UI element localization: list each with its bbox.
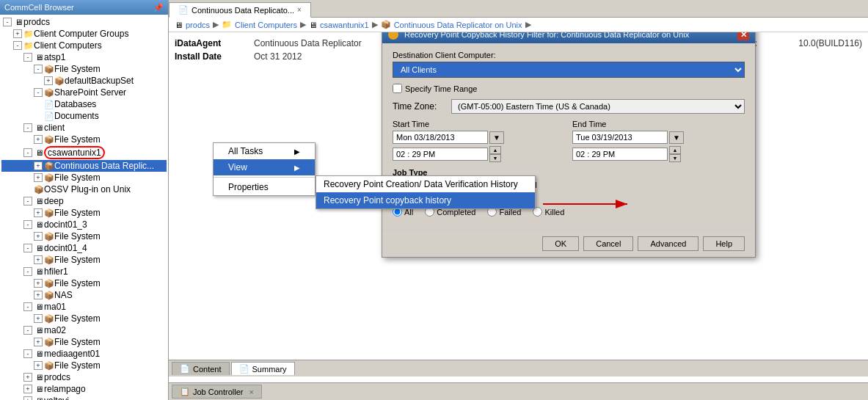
expander[interactable]: + xyxy=(34,255,43,264)
tree-item[interactable]: - 📦 File System xyxy=(1,63,167,75)
expander[interactable]: - xyxy=(34,88,43,97)
tree-item[interactable]: - 🖥 mediaagent01 xyxy=(1,348,167,360)
tree-item[interactable]: 📦 OSSV Plug-in on Unix xyxy=(1,183,167,195)
submenu-item-rpcreation[interactable]: Recovery Point Creation/ Data Verificati… xyxy=(316,176,535,192)
tree-item[interactable]: 📄 Documents xyxy=(1,110,167,122)
expander[interactable]: + xyxy=(34,208,43,217)
tree-item[interactable]: - 🖥 docint01_3 xyxy=(1,219,167,230)
tree-item[interactable]: + 📦 File System xyxy=(1,336,167,348)
expander[interactable]: - xyxy=(23,326,32,335)
help-button[interactable]: Help xyxy=(703,236,745,251)
expander[interactable]: - xyxy=(13,41,22,50)
tree-item-csawantunix1[interactable]: - 🖥 csawantunix1 xyxy=(1,145,167,160)
dialog-close-button[interactable]: ✕ xyxy=(737,32,749,40)
end-date-input[interactable] xyxy=(572,131,668,144)
tree-item[interactable]: - 🖥 ma02 xyxy=(1,324,167,336)
cancel-button[interactable]: Cancel xyxy=(583,236,633,251)
job-controller-bar: 📋 Job Controller × xyxy=(169,382,868,400)
tree-item[interactable]: - 🖥 deep xyxy=(1,195,167,207)
tab-summary[interactable]: 📄 Summary xyxy=(231,362,295,375)
expander[interactable]: - xyxy=(23,244,32,252)
expander[interactable]: + xyxy=(34,232,43,241)
tree-item[interactable]: - 🖥 hfiler1 xyxy=(1,266,167,277)
tree-item[interactable]: + 📦 File System xyxy=(1,277,167,289)
expander[interactable]: - xyxy=(23,220,32,229)
main-tab[interactable]: 📄 Continuous Data Replicato... × xyxy=(169,2,311,18)
advanced-button[interactable]: Advanced xyxy=(638,236,699,251)
end-time-down-btn[interactable]: ▼ xyxy=(669,154,681,162)
menu-properties[interactable]: Properties xyxy=(214,179,315,195)
timezone-select[interactable]: (GMT-05:00) Eastern Time (US & Canada) xyxy=(451,99,745,114)
tree-item[interactable]: - 🖥 prodcs xyxy=(1,16,167,28)
bc-csawantunix1[interactable]: csawantunix1 xyxy=(320,21,369,29)
tree-item[interactable]: + 📦 File System xyxy=(1,172,167,183)
end-time-up-btn[interactable]: ▲ xyxy=(669,146,681,154)
tree-item[interactable]: + 🖥 relampago xyxy=(1,383,167,395)
expander[interactable]: + xyxy=(13,29,22,38)
start-time-down-btn[interactable]: ▼ xyxy=(489,154,501,162)
tree-item[interactable]: + 📦 File System xyxy=(1,254,167,266)
tree-item[interactable]: + 📁 Client Computer Groups xyxy=(1,28,167,40)
end-time-input[interactable] xyxy=(572,148,668,161)
expander[interactable]: - xyxy=(23,267,32,276)
menu-all-tasks[interactable]: All Tasks ▶ xyxy=(214,143,315,159)
specify-time-range-checkbox[interactable] xyxy=(393,84,402,93)
start-time-input[interactable] xyxy=(393,148,488,161)
tree-item[interactable]: + 📦 File System xyxy=(1,207,167,219)
install-date-label: Install Date xyxy=(175,51,248,62)
tree-item[interactable]: - 📁 Client Computers xyxy=(1,40,167,51)
tree-item[interactable]: - 🖥 atsp1 xyxy=(1,51,167,63)
expander[interactable]: + xyxy=(34,279,43,288)
tree-item[interactable]: - 🖥 client xyxy=(1,122,167,134)
tree-item[interactable]: + 📦 File System xyxy=(1,134,167,145)
expander[interactable]: + xyxy=(23,373,32,382)
expander[interactable]: + xyxy=(34,291,43,299)
expander[interactable]: + xyxy=(23,396,32,400)
tree-item[interactable]: + 🖥 valtavi xyxy=(1,395,167,400)
expander[interactable]: - xyxy=(23,123,32,132)
start-date-input[interactable] xyxy=(393,131,488,144)
tree-item[interactable]: + 🖥 prodcs xyxy=(1,371,167,383)
tree-item[interactable]: + 📦 NAS xyxy=(1,289,167,301)
expander[interactable]: + xyxy=(34,173,43,182)
bc-prodcs[interactable]: prodcs xyxy=(186,21,210,29)
tree-item[interactable]: + 📦 File System xyxy=(1,360,167,371)
expander[interactable]: - xyxy=(3,18,12,26)
bc-cdr[interactable]: Continuous Data Replicator on Unix xyxy=(394,21,522,29)
expander[interactable]: - xyxy=(23,148,32,157)
expander[interactable]: + xyxy=(34,361,43,370)
ok-button[interactable]: OK xyxy=(542,236,579,251)
job-close[interactable]: × xyxy=(249,388,253,396)
expander[interactable]: - xyxy=(23,197,32,206)
expander[interactable]: + xyxy=(34,314,43,323)
start-date-dropdown[interactable]: ▼ xyxy=(489,131,504,144)
menu-view[interactable]: View ▶ xyxy=(214,159,315,175)
destination-select[interactable]: All Clients xyxy=(393,62,745,78)
tab-content[interactable]: 📄 Content xyxy=(172,362,230,375)
tree-item-cdr[interactable]: + 📦 Continuous Data Replic... xyxy=(1,160,167,172)
expander[interactable]: - xyxy=(23,302,32,311)
submenu-item-rpcopyback[interactable]: Recovery Point copyback history xyxy=(316,192,535,208)
expander[interactable]: + xyxy=(34,338,43,346)
job-controller-tab[interactable]: 📋 Job Controller × xyxy=(172,385,262,399)
tree-item[interactable]: - 📦 SharePoint Server xyxy=(1,87,167,98)
expander[interactable]: + xyxy=(44,76,53,85)
expander[interactable]: + xyxy=(34,135,43,144)
start-time-up-btn[interactable]: ▲ xyxy=(489,146,501,154)
expander[interactable]: - xyxy=(23,53,32,62)
expander[interactable]: - xyxy=(34,65,43,73)
tree-item[interactable]: + 📦 File System xyxy=(1,313,167,324)
tab-close-btn[interactable]: × xyxy=(297,6,302,14)
bc-client-computers[interactable]: Client Computers xyxy=(235,21,297,29)
content-label: Content xyxy=(193,365,222,374)
tree-item[interactable]: 📄 Databases xyxy=(1,98,167,110)
expander[interactable]: + xyxy=(34,161,43,170)
expander[interactable]: + xyxy=(23,385,32,393)
tree-item[interactable]: + 📦 defaultBackupSet xyxy=(1,75,167,87)
tree-item[interactable]: - 🖥 ma01 xyxy=(1,301,167,313)
panel-pin[interactable]: 📌 xyxy=(153,3,164,12)
expander[interactable]: - xyxy=(23,349,32,358)
tree-item[interactable]: + 📦 File System xyxy=(1,230,167,242)
tree-item[interactable]: - 🖥 docint01_4 xyxy=(1,242,167,254)
end-date-dropdown[interactable]: ▼ xyxy=(669,131,684,144)
